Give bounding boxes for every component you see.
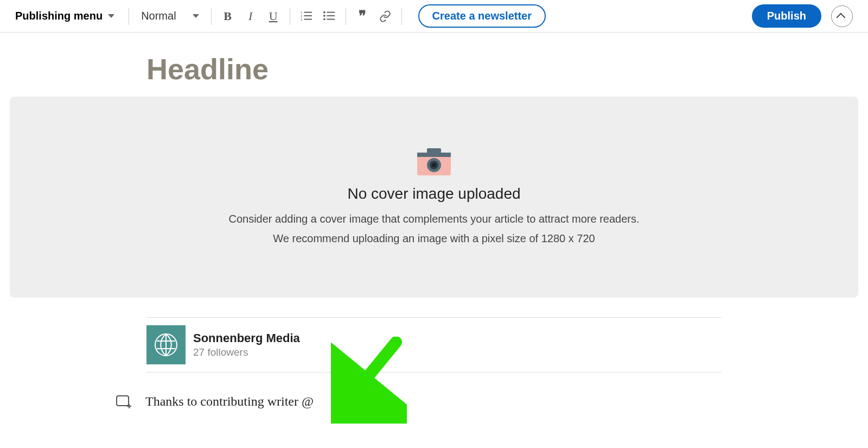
author-followers: 27 followers: [193, 346, 300, 358]
caret-down-icon: [193, 14, 199, 18]
toolbar-divider: [401, 8, 402, 25]
blockquote-button[interactable]: ❞: [353, 7, 372, 26]
list-format-group: 1 2 3: [297, 7, 339, 26]
article-body-row: Thanks to contributing writer @: [116, 394, 868, 409]
camera-icon: [415, 147, 453, 178]
link-button[interactable]: [375, 7, 395, 26]
article-body-text[interactable]: Thanks to contributing writer @: [145, 394, 314, 409]
svg-text:3: 3: [301, 18, 302, 21]
toolbar-divider: [346, 8, 346, 25]
underline-button[interactable]: U: [264, 7, 283, 26]
link-icon: [379, 10, 391, 22]
collapse-toolbar-button[interactable]: [831, 5, 853, 27]
svg-rect-3: [304, 15, 312, 16]
caret-down-icon: [108, 14, 114, 18]
chevron-up-icon: [836, 12, 845, 22]
headline-input[interactable]: Headline: [146, 52, 868, 86]
bold-button[interactable]: B: [218, 7, 238, 26]
svg-point-8: [323, 15, 326, 17]
editor-content: Headline No cover image uploaded Conside…: [0, 52, 868, 409]
unordered-list-icon: [323, 11, 335, 22]
text-format-group: B I U: [218, 7, 283, 26]
ordered-list-icon: 1 2 3: [301, 11, 312, 22]
style-selected-label: Normal: [141, 10, 176, 22]
create-newsletter-button[interactable]: Create a newsletter: [418, 4, 546, 28]
quote-icon: ❞: [359, 12, 366, 20]
avatar-logo-icon: [154, 332, 178, 357]
ordered-list-button[interactable]: 1 2 3: [297, 7, 316, 26]
svg-text:2: 2: [301, 14, 302, 17]
svg-rect-19: [117, 396, 129, 406]
toolbar-divider: [129, 8, 129, 25]
publish-button[interactable]: Publish: [752, 4, 821, 28]
cover-image-dropzone[interactable]: No cover image uploaded Consider adding …: [10, 97, 858, 298]
cover-empty-title: No cover image uploaded: [347, 185, 520, 203]
publishing-menu-dropdown[interactable]: Publishing menu: [15, 10, 122, 22]
publishing-menu-label: Publishing menu: [15, 10, 103, 22]
svg-text:1: 1: [301, 11, 302, 14]
svg-rect-14: [427, 148, 441, 154]
svg-rect-9: [327, 15, 335, 16]
text-style-dropdown[interactable]: Normal: [136, 10, 204, 22]
add-block-button[interactable]: [116, 395, 131, 408]
toolbar-divider: [290, 8, 290, 25]
author-info: Sonnenberg Media 27 followers: [193, 331, 300, 358]
editor-toolbar: Publishing menu Normal B I U 1 2 3: [0, 0, 868, 33]
svg-rect-7: [327, 11, 335, 12]
cover-empty-subtitle2: We recommend uploading an image with a p…: [273, 230, 595, 247]
svg-rect-5: [304, 18, 312, 20]
italic-button[interactable]: I: [241, 7, 260, 26]
insert-group: ❞: [353, 7, 395, 26]
svg-point-10: [323, 18, 326, 20]
svg-point-17: [432, 163, 436, 167]
svg-rect-1: [304, 11, 312, 12]
svg-rect-11: [327, 18, 335, 20]
svg-point-6: [323, 11, 326, 13]
unordered-list-button[interactable]: [320, 7, 339, 26]
author-avatar[interactable]: [146, 325, 186, 364]
cover-empty-subtitle1: Consider adding a cover image that compl…: [228, 210, 639, 228]
author-name[interactable]: Sonnenberg Media: [193, 331, 300, 345]
author-byline: Sonnenberg Media 27 followers: [146, 317, 722, 373]
toolbar-divider: [211, 8, 212, 25]
